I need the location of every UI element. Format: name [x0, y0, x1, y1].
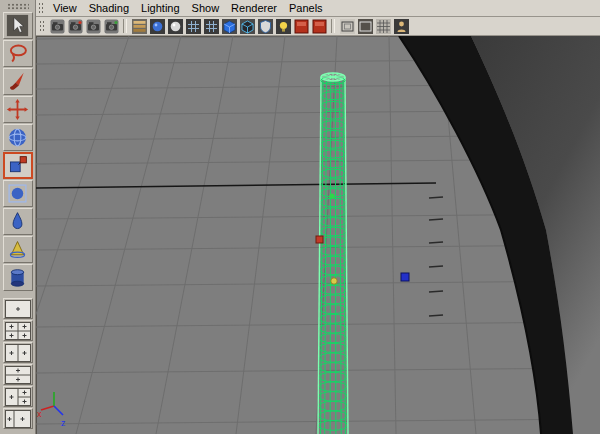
toolbox-drag-handle[interactable]	[7, 3, 29, 10]
wireframe-display-icon[interactable]	[185, 18, 202, 35]
menu-show[interactable]: Show	[186, 1, 226, 15]
menu-panels[interactable]: Panels	[283, 1, 329, 15]
scale-tool-icon	[6, 154, 29, 177]
current-tool-polygon-cylinder-button[interactable]	[3, 264, 33, 291]
field-chart-icon[interactable]	[375, 18, 392, 35]
layout-three-split-right-button[interactable]	[3, 386, 33, 407]
dolly-camera-icon[interactable]	[85, 18, 102, 35]
perspective-viewport[interactable]: xz	[36, 36, 600, 434]
marker-blue-cube[interactable]	[401, 273, 409, 281]
safe-action-icon[interactable]	[393, 18, 410, 35]
layout-four-view-icon	[5, 322, 31, 340]
layout-two-side-by-side-icon	[5, 344, 31, 362]
rotate-tool-icon	[6, 126, 29, 149]
lighting-toggle-icon[interactable]	[275, 18, 292, 35]
grid-x-axis	[36, 183, 436, 188]
paint-select-tool-icon	[6, 70, 29, 93]
universal-manipulator-tool-icon	[6, 182, 29, 205]
film-gate-icon[interactable]	[339, 18, 356, 35]
viewport-menubar: ViewShadingLightingShowRendererPanels	[36, 0, 600, 17]
track-camera-icon[interactable]	[67, 18, 84, 35]
layout-outliner-perspective-icon	[5, 410, 31, 428]
panel-toolbar-drag-handle[interactable]	[39, 20, 45, 32]
lasso-select-tool-icon	[6, 42, 29, 65]
x-ray-mode-icon[interactable]	[311, 18, 328, 35]
lasso-select-tool-button[interactable]	[3, 40, 33, 67]
toolbar-separator	[331, 19, 335, 33]
layout-three-split-right-icon	[5, 388, 31, 406]
layout-two-stacked-button[interactable]	[3, 364, 33, 385]
dark-surface-object[interactable]	[399, 36, 600, 434]
layout-single-perspective-icon	[5, 300, 31, 318]
smooth-shade-icon[interactable]	[149, 18, 166, 35]
move-tool-icon	[6, 98, 29, 121]
layout-outliner-perspective-button[interactable]	[3, 408, 33, 429]
paint-select-tool-button[interactable]	[3, 68, 33, 95]
menu-renderer[interactable]: Renderer	[225, 1, 283, 15]
marker-yellow-point[interactable]	[331, 278, 337, 284]
menu-lighting[interactable]: Lighting	[135, 1, 186, 15]
rotate-tool-button[interactable]	[3, 124, 33, 151]
current-tool-polygon-cylinder-icon	[6, 266, 29, 289]
select-tool-button[interactable]	[3, 12, 33, 39]
points-display-icon[interactable]	[203, 18, 220, 35]
show-manipulator-tool-button[interactable]	[3, 236, 33, 263]
axis-label-z: z	[61, 418, 66, 428]
grid-edge-ticks	[429, 197, 443, 316]
select-tool-icon	[6, 14, 29, 37]
menubar-drag-handle[interactable]	[38, 2, 44, 14]
show-manipulator-tool-icon	[6, 238, 29, 261]
scale-tool-button[interactable]	[3, 152, 33, 179]
textured-display-icon[interactable]	[221, 18, 238, 35]
axis-label-x: x	[37, 409, 42, 419]
maya-window: ViewShadingLightingShowRendererPanels xz	[0, 0, 600, 434]
pivot-marker-green[interactable]	[329, 193, 334, 198]
flat-shade-icon[interactable]	[167, 18, 184, 35]
fit-view-icon[interactable]	[103, 18, 120, 35]
layout-two-side-by-side-button[interactable]	[3, 342, 33, 363]
layout-two-stacked-icon	[5, 366, 31, 384]
isolate-select-icon[interactable]	[293, 18, 310, 35]
use-default-material-icon[interactable]	[257, 18, 274, 35]
viewport-canvas[interactable]: xz	[36, 36, 600, 434]
panel-toolbar	[36, 17, 600, 36]
menu-shading[interactable]: Shading	[83, 1, 135, 15]
view-axis-indicator: xz	[37, 392, 66, 428]
tumble-camera-icon[interactable]	[49, 18, 66, 35]
toolbar-separator	[123, 19, 127, 33]
cylinder-wireframe[interactable]	[318, 73, 348, 434]
move-tool-button[interactable]	[3, 96, 33, 123]
layout-single-perspective-button[interactable]	[3, 298, 33, 319]
menu-view[interactable]: View	[47, 1, 83, 15]
universal-manipulator-tool-button[interactable]	[3, 180, 33, 207]
layout-four-view-button[interactable]	[3, 320, 33, 341]
marker-red-cube[interactable]	[316, 236, 323, 243]
image-plane-icon[interactable]	[131, 18, 148, 35]
resolution-gate-icon[interactable]	[357, 18, 374, 35]
toolbox-panel	[0, 0, 36, 434]
soft-modification-tool-icon	[6, 210, 29, 233]
bounding-box-display-icon[interactable]	[239, 18, 256, 35]
soft-modification-tool-button[interactable]	[3, 208, 33, 235]
